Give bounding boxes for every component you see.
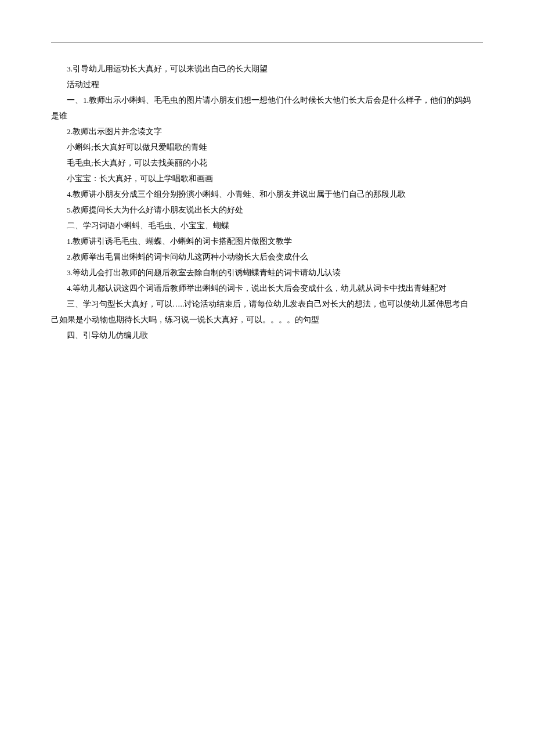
text-line: 己如果是小动物也期待长大吗，练习说一说长大真好，可以。。。。的句型 bbox=[51, 312, 483, 327]
text-line: 3.等幼儿会打出教师的问题后教室去除自制的引诱蝴蝶青蛙的词卡请幼儿认读 bbox=[51, 265, 483, 280]
text-line: 5.教师提问长大为什么好请小朋友说出长大的好处 bbox=[51, 202, 483, 218]
text-line: 活动过程 bbox=[51, 77, 483, 92]
text-line: 四、引导幼儿仿编儿歌 bbox=[51, 327, 483, 343]
horizontal-divider bbox=[51, 42, 483, 42]
text-line: 2.教师举出毛冒出蝌蚪的词卡问幼儿这两种小动物长大后会变成什么 bbox=[51, 249, 483, 265]
text-line: 毛毛虫;长大真好，可以去找美丽的小花 bbox=[51, 155, 483, 171]
text-line: 是谁 bbox=[51, 108, 483, 124]
text-line: 4.等幼儿都认识这四个词语后教师举出蝌蚪的词卡，说出长大后会变成什么，幼儿就从词… bbox=[51, 280, 483, 296]
text-line: 小蝌蚪;长大真好可以做只爱唱歌的青蛙 bbox=[51, 139, 483, 155]
text-line: 4.教师讲小朋友分成三个组分别扮演小蝌蚪、小青蛙、和小朋友并说出属于他们自己的那… bbox=[51, 186, 483, 202]
text-line: 二、学习词语小蝌蚪、毛毛虫、小宝宝、蝴蝶 bbox=[51, 218, 483, 233]
page-container: 3.引导幼儿用运功长大真好，可以来说出自己的长大期望 活动过程 一、1.教师出示… bbox=[0, 0, 534, 343]
text-line: 2.教师出示图片并念读文字 bbox=[51, 124, 483, 139]
text-line: 1.教师讲引诱毛毛虫、蝴蝶、小蝌蚪的词卡搭配图片做图文教学 bbox=[51, 233, 483, 249]
document-content: 3.引导幼儿用运功长大真好，可以来说出自己的长大期望 活动过程 一、1.教师出示… bbox=[51, 61, 483, 343]
text-line: 三、学习句型长大真好，可以…..讨论活动结束后，请每位幼儿发表自己对长大的想法，… bbox=[51, 296, 483, 312]
text-line: 3.引导幼儿用运功长大真好，可以来说出自己的长大期望 bbox=[51, 61, 483, 77]
text-line: 一、1.教师出示小蝌蚪、毛毛虫的图片请小朋友们想一想他们什么时候长大他们长大后会… bbox=[51, 92, 483, 108]
text-line: 小宝宝：长大真好，可以上学唱歌和画画 bbox=[51, 171, 483, 186]
